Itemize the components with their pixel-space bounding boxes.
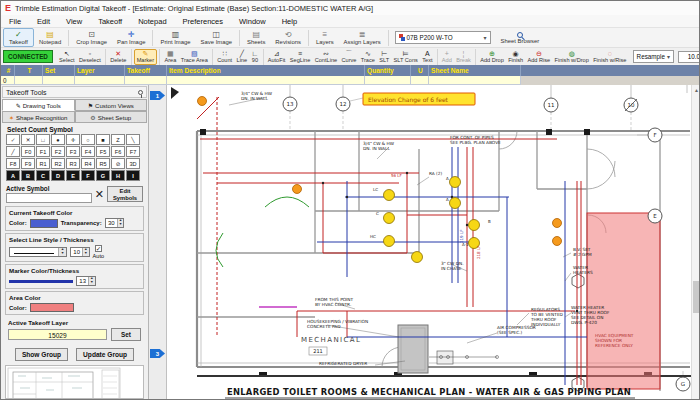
line-button[interactable]: ╱Line xyxy=(234,49,249,65)
count-symbol-✕[interactable]: ✕ xyxy=(21,134,35,145)
menu-preferences[interactable]: Preferences xyxy=(175,17,231,26)
grid-col-set[interactable]: Set xyxy=(43,65,75,76)
curve-button[interactable]: ⌒Curve xyxy=(339,49,358,65)
count-symbol-f3[interactable]: F3 xyxy=(66,146,80,157)
save-image-button[interactable]: ◫Save Image xyxy=(196,28,237,47)
sheet-thumbnail[interactable] xyxy=(5,365,144,399)
grid-col-[interactable]: # xyxy=(1,65,15,76)
count-symbol-r5[interactable]: R5 xyxy=(96,158,110,169)
menu-notepad[interactable]: Notepad xyxy=(130,17,174,26)
menu-view[interactable]: View xyxy=(58,17,90,26)
deselect-button[interactable]: ▫Deselect xyxy=(77,49,103,65)
scrollbar-thumb[interactable] xyxy=(693,281,700,313)
grid-col-itemdescription[interactable]: Item Description xyxy=(167,65,365,76)
count-symbol-z[interactable]: Z xyxy=(111,134,125,145)
count-button[interactable]: ∷Count xyxy=(215,49,234,65)
transparency-stepper[interactable]: 30 ▲▼ xyxy=(105,218,125,228)
contline-button[interactable]: ∾ContLine xyxy=(313,49,340,65)
count-symbol-r2[interactable]: R2 xyxy=(51,158,65,169)
count-symbol-╱[interactable]: ╱ xyxy=(6,146,20,157)
trace-area-button[interactable]: ▧Trace Area xyxy=(178,49,210,65)
grid-cell[interactable] xyxy=(125,76,167,85)
drawing-canvas[interactable]: 13121110FEG FOR CONT. OF PIPESSEE PLBG. … xyxy=(167,85,691,400)
text-button[interactable]: AText xyxy=(420,49,435,65)
add-drop-button[interactable]: ⊕Add Drop xyxy=(478,49,506,65)
area-button[interactable]: ▦Area xyxy=(162,49,178,65)
sheet-browser-button[interactable]: Sheet Browser xyxy=(501,32,540,44)
trace-button[interactable]: ∿Trace xyxy=(359,49,377,65)
menu-window[interactable]: Window xyxy=(231,17,274,26)
segline-button[interactable]: ≡SegLine xyxy=(288,49,313,65)
grid-col-takeoff[interactable]: Takeoff xyxy=(125,65,167,76)
count-symbol-╲[interactable]: ╲ xyxy=(126,134,140,145)
grid-cell[interactable] xyxy=(365,76,411,85)
tab-custom-views[interactable]: ⚑Custom Views xyxy=(75,99,148,111)
bookmark-marker-3[interactable]: 3 xyxy=(150,349,165,358)
menu-takeoff[interactable]: Takeoff xyxy=(90,17,130,26)
count-symbol-3d[interactable]: 3D xyxy=(126,158,140,169)
sheets-button[interactable]: ▤Sheets xyxy=(242,28,270,47)
grid-col-quantity[interactable]: Quantity xyxy=(365,65,411,76)
resample-amount-input[interactable] xyxy=(678,51,700,63)
slt-button[interactable]: ⊢SLT xyxy=(377,49,391,65)
elevation-callout[interactable]: Elevation Change of 6 feet xyxy=(363,93,475,105)
grid-cell[interactable] xyxy=(429,76,521,85)
count-symbol-f4[interactable]: F4 xyxy=(81,146,95,157)
count-symbol-r3[interactable]: R3 xyxy=(66,158,80,169)
print-image-button[interactable]: ▥Print Image xyxy=(155,28,195,47)
grid-cell[interactable]: 0 xyxy=(1,76,15,85)
update-group-button[interactable]: Update Group xyxy=(76,348,134,361)
finish-button[interactable]: ◉Finish xyxy=(506,49,525,65)
marker-color-swatch[interactable] xyxy=(9,280,73,283)
grid-col-sheetname[interactable]: Sheet Name xyxy=(429,65,521,76)
delete-button[interactable]: ✕Delete xyxy=(108,49,129,65)
count-symbol-f5[interactable]: F5 xyxy=(96,146,110,157)
count-symbol-f7[interactable]: F7 xyxy=(126,146,140,157)
grid-col-t[interactable]: T xyxy=(15,65,43,76)
vertical-scrollbar[interactable]: ▲ xyxy=(691,85,700,400)
grid-cell[interactable] xyxy=(15,76,43,85)
grid-cell[interactable] xyxy=(43,76,75,85)
pin-icon[interactable] xyxy=(138,90,143,95)
revisions-button[interactable]: ⟲Revisions xyxy=(270,28,306,47)
count-symbol-f9[interactable]: F9 xyxy=(21,158,35,169)
count-symbol-■[interactable]: ■ xyxy=(96,134,110,145)
area-color-swatch[interactable] xyxy=(30,303,74,312)
auto-checkbox[interactable] xyxy=(95,245,102,252)
menu-help[interactable]: Help xyxy=(274,17,305,26)
count-symbol-f[interactable]: F xyxy=(81,170,95,181)
show-group-button[interactable]: Show Group xyxy=(15,348,68,361)
count-symbol-f6[interactable]: F6 xyxy=(111,146,125,157)
takeoff-button[interactable]: ✓Takeoff xyxy=(3,28,34,47)
count-symbol-f1[interactable]: F1 xyxy=(36,146,50,157)
marker-thickness-stepper[interactable]: 13 ▲▼ xyxy=(76,276,96,286)
tab-sheet-setup[interactable]: ⚙Sheet Setup xyxy=(75,111,148,123)
ninety-button[interactable]: ∟90 xyxy=(249,49,260,65)
tab-drawing-tools[interactable]: ✎Drawing Tools xyxy=(2,99,75,111)
line-style-dropdown[interactable]: ▲▼ xyxy=(9,247,67,257)
count-symbol-r1[interactable]: R1 xyxy=(36,158,50,169)
sheet-dropdown[interactable]: 07B P200 W-TO ▾ xyxy=(395,31,491,44)
layers-button[interactable]: ≡Layers xyxy=(311,28,339,47)
count-symbol-c[interactable]: C xyxy=(36,170,50,181)
count-symbol-g[interactable]: G xyxy=(96,170,110,181)
takeoff-color-swatch[interactable] xyxy=(30,219,58,228)
tab-shape-recognition[interactable]: ✶Shape Recognition xyxy=(2,111,75,123)
count-symbol-f2[interactable]: F2 xyxy=(51,146,65,157)
menu-edit[interactable]: Edit xyxy=(29,17,58,26)
add-rise-button[interactable]: ⊖Add Rise xyxy=(525,49,552,65)
grid-cell[interactable] xyxy=(167,76,365,85)
count-symbol-□[interactable]: □ xyxy=(36,134,50,145)
resample-dropdown[interactable]: Resample ▾ xyxy=(633,50,674,63)
pan-image-button[interactable]: ✛Pan Image xyxy=(112,28,151,47)
finish-wdrop-button[interactable]: ◍Finish w/Drop xyxy=(552,49,591,65)
active-layer-input[interactable]: 15029 xyxy=(8,329,107,340)
assign-layers-button[interactable]: ≣Assign Layers xyxy=(339,28,386,47)
grid-col-u[interactable]: U xyxy=(411,65,429,76)
grid-cell[interactable] xyxy=(411,76,429,85)
scroll-up-icon[interactable]: ▲ xyxy=(692,85,700,95)
count-symbol-r4[interactable]: R4 xyxy=(81,158,95,169)
grid-cell[interactable] xyxy=(75,76,125,85)
select-button[interactable]: ↖Select xyxy=(57,49,77,65)
count-symbol-⊘[interactable]: ⊘ xyxy=(111,158,125,169)
